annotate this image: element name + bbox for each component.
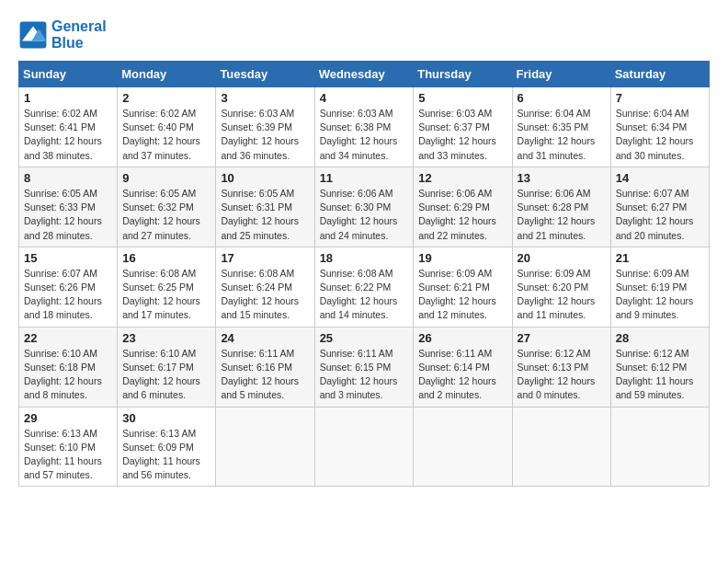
week-row-3: 15 Sunrise: 6:07 AM Sunset: 6:26 PM Dayl…	[19, 247, 710, 327]
day-number: 8	[24, 171, 112, 185]
day-number: 6	[518, 91, 606, 105]
calendar-cell: 11 Sunrise: 6:06 AM Sunset: 6:30 PM Dayl…	[314, 167, 414, 247]
day-header-tuesday: Tuesday	[216, 62, 314, 87]
page-header: General Blue	[18, 18, 710, 52]
day-header-saturday: Saturday	[610, 62, 709, 87]
day-info: Sunrise: 6:04 AM Sunset: 6:34 PM Dayligh…	[616, 107, 704, 163]
day-info: Sunrise: 6:06 AM Sunset: 6:28 PM Dayligh…	[518, 187, 606, 243]
calendar-cell: 16 Sunrise: 6:08 AM Sunset: 6:25 PM Dayl…	[118, 247, 216, 327]
day-number: 24	[221, 331, 309, 345]
calendar-cell: 25 Sunrise: 6:11 AM Sunset: 6:15 PM Dayl…	[314, 327, 414, 407]
calendar-cell: 30 Sunrise: 6:13 AM Sunset: 6:09 PM Dayl…	[118, 407, 216, 487]
day-info: Sunrise: 6:03 AM Sunset: 6:38 PM Dayligh…	[320, 107, 409, 163]
day-number: 29	[24, 411, 112, 425]
day-info: Sunrise: 6:10 AM Sunset: 6:17 PM Dayligh…	[122, 347, 210, 403]
day-info: Sunrise: 6:11 AM Sunset: 6:16 PM Dayligh…	[221, 347, 309, 403]
logo-text: General Blue	[51, 18, 107, 52]
calendar-cell: 14 Sunrise: 6:07 AM Sunset: 6:27 PM Dayl…	[610, 167, 709, 247]
calendar-cell	[314, 407, 414, 487]
calendar-cell	[610, 407, 709, 487]
day-info: Sunrise: 6:07 AM Sunset: 6:26 PM Dayligh…	[24, 267, 112, 323]
day-info: Sunrise: 6:12 AM Sunset: 6:13 PM Dayligh…	[518, 347, 606, 403]
day-info: Sunrise: 6:05 AM Sunset: 6:31 PM Dayligh…	[221, 187, 309, 243]
day-number: 12	[418, 171, 506, 185]
day-number: 25	[320, 331, 409, 345]
week-row-4: 22 Sunrise: 6:10 AM Sunset: 6:18 PM Dayl…	[19, 327, 710, 407]
day-info: Sunrise: 6:09 AM Sunset: 6:21 PM Dayligh…	[418, 267, 506, 323]
day-number: 17	[221, 251, 309, 265]
calendar-cell: 21 Sunrise: 6:09 AM Sunset: 6:19 PM Dayl…	[610, 247, 709, 327]
week-row-2: 8 Sunrise: 6:05 AM Sunset: 6:33 PM Dayli…	[19, 167, 710, 247]
day-number: 7	[616, 91, 704, 105]
day-info: Sunrise: 6:05 AM Sunset: 6:33 PM Dayligh…	[24, 187, 112, 243]
logo-icon	[18, 20, 48, 50]
calendar-cell: 22 Sunrise: 6:10 AM Sunset: 6:18 PM Dayl…	[19, 327, 118, 407]
day-number: 5	[418, 91, 506, 105]
day-number: 26	[418, 331, 506, 345]
day-number: 27	[518, 331, 606, 345]
calendar-cell: 5 Sunrise: 6:03 AM Sunset: 6:37 PM Dayli…	[414, 87, 512, 167]
calendar-cell: 15 Sunrise: 6:07 AM Sunset: 6:26 PM Dayl…	[19, 247, 118, 327]
day-number: 15	[24, 251, 112, 265]
day-number: 19	[418, 251, 506, 265]
day-number: 10	[221, 171, 309, 185]
day-info: Sunrise: 6:11 AM Sunset: 6:15 PM Dayligh…	[320, 347, 409, 403]
day-header-monday: Monday	[118, 62, 216, 87]
day-number: 11	[320, 171, 409, 185]
day-number: 14	[616, 171, 704, 185]
day-info: Sunrise: 6:08 AM Sunset: 6:22 PM Dayligh…	[320, 267, 409, 323]
calendar-cell	[216, 407, 314, 487]
calendar-cell: 29 Sunrise: 6:13 AM Sunset: 6:10 PM Dayl…	[19, 407, 118, 487]
day-info: Sunrise: 6:02 AM Sunset: 6:41 PM Dayligh…	[24, 107, 112, 163]
day-number: 22	[24, 331, 112, 345]
day-header-thursday: Thursday	[414, 62, 512, 87]
calendar-cell: 10 Sunrise: 6:05 AM Sunset: 6:31 PM Dayl…	[216, 167, 314, 247]
calendar-cell: 27 Sunrise: 6:12 AM Sunset: 6:13 PM Dayl…	[512, 327, 610, 407]
day-info: Sunrise: 6:06 AM Sunset: 6:30 PM Dayligh…	[320, 187, 409, 243]
day-info: Sunrise: 6:03 AM Sunset: 6:39 PM Dayligh…	[221, 107, 309, 163]
day-number: 30	[122, 411, 210, 425]
calendar-cell: 9 Sunrise: 6:05 AM Sunset: 6:32 PM Dayli…	[118, 167, 216, 247]
calendar-cell: 28 Sunrise: 6:12 AM Sunset: 6:12 PM Dayl…	[610, 327, 709, 407]
day-number: 16	[122, 251, 210, 265]
week-row-1: 1 Sunrise: 6:02 AM Sunset: 6:41 PM Dayli…	[19, 87, 710, 167]
day-info: Sunrise: 6:08 AM Sunset: 6:25 PM Dayligh…	[122, 267, 210, 323]
day-info: Sunrise: 6:13 AM Sunset: 6:10 PM Dayligh…	[24, 427, 112, 483]
calendar-cell: 8 Sunrise: 6:05 AM Sunset: 6:33 PM Dayli…	[19, 167, 118, 247]
day-header-wednesday: Wednesday	[314, 62, 414, 87]
day-number: 13	[518, 171, 606, 185]
day-info: Sunrise: 6:12 AM Sunset: 6:12 PM Dayligh…	[616, 347, 704, 403]
day-number: 9	[122, 171, 210, 185]
day-info: Sunrise: 6:08 AM Sunset: 6:24 PM Dayligh…	[221, 267, 309, 323]
calendar-cell: 7 Sunrise: 6:04 AM Sunset: 6:34 PM Dayli…	[610, 87, 709, 167]
calendar-cell: 12 Sunrise: 6:06 AM Sunset: 6:29 PM Dayl…	[414, 167, 512, 247]
day-number: 18	[320, 251, 409, 265]
calendar-cell: 4 Sunrise: 6:03 AM Sunset: 6:38 PM Dayli…	[314, 87, 414, 167]
day-info: Sunrise: 6:09 AM Sunset: 6:20 PM Dayligh…	[518, 267, 606, 323]
calendar-cell: 6 Sunrise: 6:04 AM Sunset: 6:35 PM Dayli…	[512, 87, 610, 167]
day-info: Sunrise: 6:11 AM Sunset: 6:14 PM Dayligh…	[418, 347, 506, 403]
day-info: Sunrise: 6:02 AM Sunset: 6:40 PM Dayligh…	[122, 107, 210, 163]
day-info: Sunrise: 6:05 AM Sunset: 6:32 PM Dayligh…	[122, 187, 210, 243]
calendar-cell	[512, 407, 610, 487]
day-info: Sunrise: 6:10 AM Sunset: 6:18 PM Dayligh…	[24, 347, 112, 403]
calendar-cell: 3 Sunrise: 6:03 AM Sunset: 6:39 PM Dayli…	[216, 87, 314, 167]
calendar-cell: 2 Sunrise: 6:02 AM Sunset: 6:40 PM Dayli…	[118, 87, 216, 167]
day-number: 1	[24, 91, 112, 105]
calendar-cell: 23 Sunrise: 6:10 AM Sunset: 6:17 PM Dayl…	[118, 327, 216, 407]
day-info: Sunrise: 6:06 AM Sunset: 6:29 PM Dayligh…	[418, 187, 506, 243]
calendar-cell: 24 Sunrise: 6:11 AM Sunset: 6:16 PM Dayl…	[216, 327, 314, 407]
day-header-sunday: Sunday	[19, 62, 118, 87]
calendar-cell	[414, 407, 512, 487]
day-info: Sunrise: 6:04 AM Sunset: 6:35 PM Dayligh…	[518, 107, 606, 163]
week-row-5: 29 Sunrise: 6:13 AM Sunset: 6:10 PM Dayl…	[19, 407, 710, 487]
calendar-cell: 19 Sunrise: 6:09 AM Sunset: 6:21 PM Dayl…	[414, 247, 512, 327]
calendar-cell: 1 Sunrise: 6:02 AM Sunset: 6:41 PM Dayli…	[19, 87, 118, 167]
calendar-table: SundayMondayTuesdayWednesdayThursdayFrid…	[18, 61, 710, 487]
day-number: 20	[518, 251, 606, 265]
day-info: Sunrise: 6:13 AM Sunset: 6:09 PM Dayligh…	[122, 427, 210, 483]
day-info: Sunrise: 6:07 AM Sunset: 6:27 PM Dayligh…	[616, 187, 704, 243]
day-number: 4	[320, 91, 409, 105]
day-header-friday: Friday	[512, 62, 610, 87]
day-number: 21	[616, 251, 704, 265]
